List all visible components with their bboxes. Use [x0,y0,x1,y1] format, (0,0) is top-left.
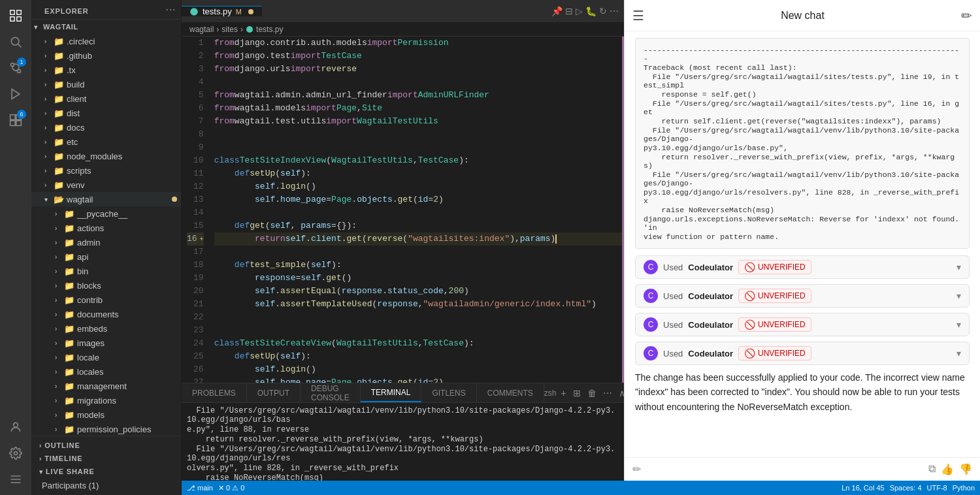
status-encoding[interactable]: UTF-8 [927,484,947,492]
code-editor[interactable]: 12345 678910 1112131415 16+ 1718192021 2… [182,37,624,383]
split-icon[interactable]: ⊟ [565,6,573,16]
delete-terminal-icon[interactable]: 🗑 [585,388,598,398]
chevron-icon-1[interactable]: ▾ [956,262,961,272]
tool-use-bar-4[interactable]: C Used Codeulator 🚫 UNVERIFIED ▾ [635,342,970,365]
timeline-section[interactable]: › TIMELINE [31,452,181,465]
status-branch[interactable]: ⎇ main [187,484,213,492]
live-share-section[interactable]: ▾ LIVE SHARE [31,465,181,478]
traceback-line-9: py3.10.egg/django/urls/resolvers.py", li… [644,188,961,205]
new-terminal-icon[interactable]: + [559,388,568,398]
sidebar-item-contrib[interactable]: ›📁contrib [31,293,181,307]
sidebar-item-permission-policies[interactable]: ›📁permission_policies [31,422,181,436]
sidebar-item-docs[interactable]: ›📁docs [31,120,181,135]
sidebar-item-node-modules[interactable]: ›📁node_modules [31,149,181,163]
terminal-content[interactable]: File "/Users/greg/src/wagtail/wagtail/ve… [182,403,624,481]
remote-icon[interactable] [3,466,29,492]
folder-icon: 📁 [54,180,64,190]
outline-section[interactable]: › OUTLINE [31,439,181,452]
chevron-icon-4[interactable]: ▾ [956,348,961,359]
copy-icon[interactable]: ⧉ [928,463,936,475]
play-icon[interactable]: ▷ [576,6,583,16]
tab-output[interactable]: OUTPUT [247,383,301,402]
maximize-panel-icon[interactable]: ∧ [617,388,624,398]
py-icon [246,25,253,33]
breadcrumb-sites[interactable]: sites [221,25,238,34]
sidebar-item-dist[interactable]: ›📁dist [31,106,181,120]
traceback-line-3: File "/Users/greg/src/wagtail/wagtail/si… [644,99,961,116]
pin-icon[interactable]: 📌 [551,6,563,16]
sidebar-item-management[interactable]: ›📁management [31,379,181,393]
tab-gitlens[interactable]: GITLENS [421,383,476,402]
chat-edit-icon[interactable]: ✏ [632,463,641,475]
sidebar-item-admin[interactable]: ›📁admin [31,235,181,249]
tree-label: venv [67,180,84,190]
settings-icon[interactable] [3,440,29,466]
status-language[interactable]: Python [953,484,975,492]
debug-icon[interactable]: 🐛 [585,6,596,16]
chevron-icon-2[interactable]: ▾ [956,291,961,301]
sidebar-item-locale[interactable]: ›📁locale [31,350,181,364]
chat-success-message: The change has been successfully applied… [635,370,970,414]
source-control-icon[interactable]: 1 [3,55,29,81]
tab-problems[interactable]: PROBLEMS [182,383,247,402]
sidebar-item-blocks[interactable]: ›📁blocks [31,278,181,293]
chat-title: New chat [649,10,956,22]
sidebar-more-icon[interactable]: ⋯ [165,3,176,16]
chat-menu-icon[interactable]: ☰ [632,8,644,24]
sidebar-item-locales[interactable]: ›📁locales [31,364,181,379]
accounts-icon[interactable] [3,414,29,440]
run-debug-icon[interactable] [3,81,29,107]
chat-messages[interactable]: ----------------------------------------… [625,31,980,457]
tool-name-3: Codeulator [688,320,733,330]
thumbs-up-icon[interactable]: 👍 [941,463,954,475]
sidebar-item-actions[interactable]: ›📁actions [31,221,181,235]
sidebar-item-venv[interactable]: ›📁venv [31,178,181,192]
tool-use-bar-1[interactable]: C Used Codeulator 🚫 UNVERIFIED ▾ [635,255,970,279]
code-content[interactable]: from django.contrib.auth.models import P… [209,37,622,383]
sidebar-item-client[interactable]: ›📁client [31,91,181,106]
sidebar-item-circleci[interactable]: ›📁.circleci [31,34,181,48]
search-activity-icon[interactable] [3,29,29,55]
thumbs-down-icon[interactable]: 👎 [959,463,972,475]
sidebar-item-etc[interactable]: ›📁etc [31,135,181,149]
folder-icon: 📁 [64,381,74,391]
sidebar-item-wagtail[interactable]: ▾📂wagtail [31,192,181,206]
tab-terminal[interactable]: TERMINAL [361,383,422,402]
tool-use-bar-2[interactable]: C Used Codeulator 🚫 UNVERIFIED ▾ [635,284,970,308]
sidebar-item-tx[interactable]: ›📁.tx [31,63,181,77]
tab-comments[interactable]: COMMENTS [477,383,544,402]
tab-tests-py[interactable]: tests.py M [182,6,262,16]
python-file-icon [189,7,199,16]
status-errors[interactable]: ✕ 0 ⚠ 0 [218,484,244,492]
breadcrumb-wagtail[interactable]: wagtail [189,25,214,34]
sidebar-item-images[interactable]: ›📁images [31,336,181,350]
sidebar-item-github[interactable]: ›📁.github [31,48,181,63]
tab-debug-console[interactable]: DEBUG CONSOLE [301,383,361,402]
tree-label: client [67,94,86,104]
extensions-icon[interactable]: 6 [3,107,29,133]
sidebar-item-embeds[interactable]: ›📁embeds [31,321,181,336]
refresh-icon[interactable]: ↻ [599,6,607,16]
tool-use-bar-3[interactable]: C Used Codeulator 🚫 UNVERIFIED ▾ [635,313,970,336]
traceback-header: Traceback (most recent call last): [644,63,961,72]
explorer-icon[interactable] [3,3,29,29]
sidebar-item-scripts[interactable]: ›📁scripts [31,163,181,178]
sidebar-item-models[interactable]: ›📁models [31,407,181,422]
participants-item[interactable]: Participants (1) [31,478,181,492]
sidebar-item-wagtail-root[interactable]: ▾ WAGTAIL [31,20,181,34]
sidebar-item-documents[interactable]: ›📁documents [31,307,181,321]
new-chat-icon[interactable]: ✏ [961,8,972,24]
unverified-label-1: UNVERIFIED [758,263,806,272]
more-icon[interactable]: ⋯ [610,6,619,16]
sidebar-item-api[interactable]: ›📁api [31,249,181,264]
sidebar-item-pycache[interactable]: ›📁__pycache__ [31,206,181,221]
status-spaces[interactable]: Spaces: 4 [890,484,922,492]
tool-status-4: 🚫 UNVERIFIED [738,346,811,360]
svg-rect-1 [17,10,21,14]
more-terminal-icon[interactable]: ⋯ [601,388,614,398]
sidebar-item-build[interactable]: ›📁build [31,77,181,91]
sidebar-item-bin[interactable]: ›📁bin [31,264,181,278]
chevron-icon-3[interactable]: ▾ [956,319,961,330]
sidebar-item-migrations[interactable]: ›📁migrations [31,393,181,407]
split-terminal-icon[interactable]: ⊞ [571,388,583,398]
